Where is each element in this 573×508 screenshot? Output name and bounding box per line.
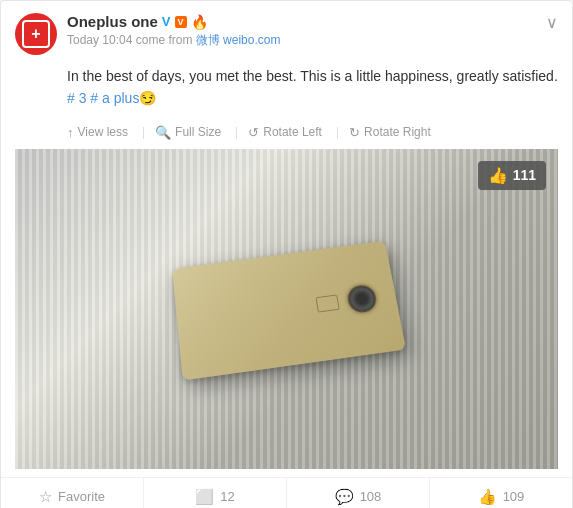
username-row: Oneplus one V V 🔥 — [67, 13, 558, 30]
post-text-line2: # 3 # a plus😏 — [67, 87, 558, 109]
phone-body — [172, 241, 406, 381]
post-card: + Oneplus one V V 🔥 Today 10:04 come fro… — [0, 0, 573, 508]
source-prefix: come from — [136, 33, 193, 47]
vip-badge: V — [175, 16, 187, 28]
post-text: In the best of days, you met the best. T… — [1, 63, 572, 118]
like-badge[interactable]: 👍 111 — [478, 161, 546, 190]
header-info: Oneplus one V V 🔥 Today 10:04 come from … — [67, 13, 558, 49]
chevron-button[interactable]: ∨ — [546, 13, 558, 32]
view-less-icon: ↑ — [67, 125, 74, 140]
verified-icon: V — [162, 14, 171, 29]
post-header: + Oneplus one V V 🔥 Today 10:04 come fro… — [1, 1, 572, 63]
favorite-button[interactable]: ☆ Favorite — [1, 478, 144, 508]
username: Oneplus one — [67, 13, 158, 30]
view-less-button[interactable]: ↑ View less — [67, 122, 155, 143]
source-link[interactable]: 微博 weibo.com — [196, 33, 281, 47]
rotate-left-label: Rotate Left — [263, 125, 322, 139]
hashtag-text: # 3 # a plus😏 — [67, 90, 156, 106]
post-image — [15, 149, 558, 469]
favorite-label: Favorite — [58, 489, 105, 504]
rotate-left-button[interactable]: ↺ Rotate Left — [248, 122, 349, 143]
avatar-logo: + — [22, 20, 50, 48]
like-footer-count: 109 — [503, 489, 525, 504]
comment-count: 108 — [360, 489, 382, 504]
full-size-label: Full Size — [175, 125, 221, 139]
comment-icon: 💬 — [335, 488, 354, 506]
post-text-line1: In the best of days, you met the best. T… — [67, 65, 558, 87]
post-time: Today 10:04 — [67, 33, 132, 47]
source-url: weibo.com — [223, 33, 280, 47]
favorite-icon: ☆ — [39, 488, 52, 506]
like-icon: 👍 — [478, 488, 497, 506]
share-button[interactable]: ⬜ 12 — [144, 478, 287, 508]
post-footer: ☆ Favorite ⬜ 12 💬 108 👍 109 — [1, 477, 572, 508]
post-image-wrapper: 👍 111 — [15, 149, 558, 469]
like-count: 111 — [513, 167, 536, 183]
rotate-right-label: Rotate Right — [364, 125, 431, 139]
phone-camera-icon — [345, 284, 377, 314]
view-less-label: View less — [78, 125, 128, 139]
rotate-left-icon: ↺ — [248, 125, 259, 140]
rotate-right-icon: ↻ — [349, 125, 360, 140]
full-size-icon: 🔍 — [155, 125, 171, 140]
share-icon: ⬜ — [195, 488, 214, 506]
comment-button[interactable]: 💬 108 — [287, 478, 430, 508]
avatar[interactable]: + — [15, 13, 57, 55]
phone-logo-icon — [315, 294, 339, 312]
source-name: 微博 — [196, 33, 220, 47]
like-button[interactable]: 👍 109 — [430, 478, 572, 508]
image-toolbar: ↑ View less 🔍 Full Size ↺ Rotate Left ↻ … — [1, 118, 572, 149]
share-count: 12 — [220, 489, 234, 504]
meta-row: Today 10:04 come from 微博 weibo.com — [67, 32, 558, 49]
thumb-up-icon: 👍 — [488, 166, 508, 185]
rotate-right-button[interactable]: ↻ Rotate Right — [349, 122, 441, 143]
fire-icon: 🔥 — [191, 14, 208, 30]
full-size-button[interactable]: 🔍 Full Size — [155, 122, 248, 143]
